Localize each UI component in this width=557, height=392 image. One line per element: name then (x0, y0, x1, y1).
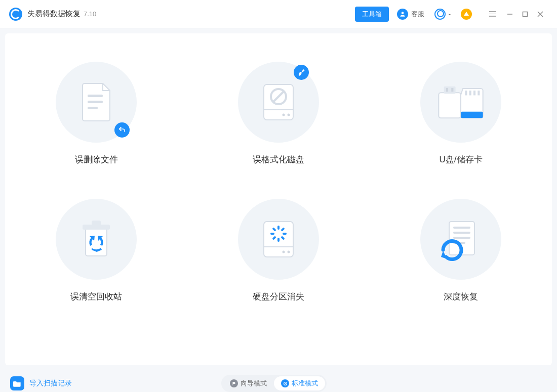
svg-rect-41 (453, 237, 470, 239)
svg-rect-19 (469, 91, 471, 95)
feature-grid: 误删除文件 误格式化磁盘 (5, 62, 552, 302)
svg-point-11 (288, 114, 290, 116)
undo-badge-icon (114, 122, 130, 138)
wizard-mode-label: 向导模式 (241, 379, 267, 388)
folder-icon (10, 376, 24, 390)
svg-point-29 (288, 251, 290, 253)
standard-mode-button[interactable]: 标准模式 (274, 376, 325, 390)
mode-switch: 向导模式 标准模式 (221, 375, 327, 392)
customer-service-button[interactable]: 客服 (397, 9, 424, 20)
flag-icon (230, 379, 238, 387)
feature-usb-sdcard[interactable]: U盘/储存卡 (420, 62, 501, 165)
crown-icon (461, 9, 472, 20)
wizard-mode-button[interactable]: 向导模式 (223, 376, 274, 390)
svg-point-0 (401, 12, 404, 14)
feature-circle (420, 62, 501, 143)
document-icon (73, 79, 119, 125)
svg-rect-22 (461, 112, 483, 118)
brush-badge-icon (294, 65, 309, 80)
svg-rect-6 (88, 101, 103, 103)
disk-forbidden-icon (256, 79, 301, 125)
main-panel: 误删除文件 误格式化磁盘 (5, 33, 552, 365)
feature-label: 误删除文件 (75, 154, 118, 165)
deep-recovery-icon (438, 216, 484, 262)
import-scan-label: 导入扫描记录 (29, 379, 72, 388)
feature-label: U盘/储存卡 (440, 154, 483, 165)
import-scan-button[interactable]: 导入扫描记录 (10, 376, 72, 390)
usb-sd-icon (434, 79, 487, 125)
feature-circle (56, 62, 137, 143)
feature-deleted-files[interactable]: 误删除文件 (56, 62, 137, 165)
maximize-button[interactable] (518, 7, 533, 22)
feature-formatted-disk[interactable]: 误格式化磁盘 (238, 62, 319, 165)
recycle-bin-icon (73, 216, 119, 262)
feature-lost-partition[interactable]: 硬盘分区消失 (238, 199, 319, 302)
vip-button[interactable] (461, 9, 475, 20)
svg-rect-23 (86, 229, 107, 256)
qq-label: - (449, 10, 451, 18)
feature-circle (238, 199, 319, 280)
svg-rect-16 (446, 88, 448, 92)
svg-rect-20 (473, 91, 475, 95)
target-icon (281, 379, 289, 387)
disk-loading-icon (256, 216, 301, 262)
svg-rect-2 (523, 12, 528, 16)
svg-rect-33 (283, 233, 287, 235)
feature-label: 误格式化磁盘 (253, 154, 304, 165)
svg-rect-18 (465, 91, 467, 95)
feature-deep-recovery[interactable]: 深度恢复 (420, 199, 501, 302)
app-logo-icon (9, 8, 22, 21)
svg-point-28 (283, 251, 285, 253)
svg-rect-17 (451, 88, 453, 92)
minimize-button[interactable] (502, 7, 518, 22)
feature-circle (56, 199, 137, 280)
qq-icon (434, 9, 446, 20)
feature-label: 误清空回收站 (70, 291, 122, 302)
menu-button[interactable] (485, 7, 500, 22)
svg-rect-15 (444, 86, 456, 94)
feature-label: 硬盘分区消失 (253, 291, 304, 302)
svg-point-44 (285, 383, 286, 384)
svg-point-10 (283, 114, 285, 116)
feature-label: 深度恢复 (444, 291, 478, 302)
app-title: 失易得数据恢复 (27, 9, 81, 19)
svg-rect-30 (277, 226, 280, 230)
titlebar: 失易得数据恢复 7.10 工具箱 客服 - (0, 0, 557, 28)
qq-button[interactable]: - (434, 9, 451, 20)
standard-mode-label: 标准模式 (292, 379, 318, 388)
feature-circle (238, 62, 319, 143)
svg-rect-39 (453, 227, 470, 229)
svg-rect-21 (478, 91, 480, 95)
svg-rect-40 (453, 232, 470, 234)
bottombar: 导入扫描记录 向导模式 标准模式 (0, 370, 557, 392)
svg-rect-7 (88, 107, 98, 109)
close-button[interactable] (533, 7, 548, 22)
svg-rect-32 (270, 233, 274, 235)
customer-service-label: 客服 (411, 10, 424, 19)
app-version: 7.10 (84, 10, 96, 18)
svg-rect-31 (277, 238, 280, 242)
svg-rect-25 (92, 221, 101, 226)
toolbox-button[interactable]: 工具箱 (355, 7, 389, 22)
customer-service-icon (397, 9, 408, 20)
feature-circle (420, 199, 501, 280)
feature-recycle-bin[interactable]: 误清空回收站 (56, 199, 137, 302)
svg-rect-5 (88, 95, 103, 97)
svg-rect-14 (439, 93, 461, 118)
